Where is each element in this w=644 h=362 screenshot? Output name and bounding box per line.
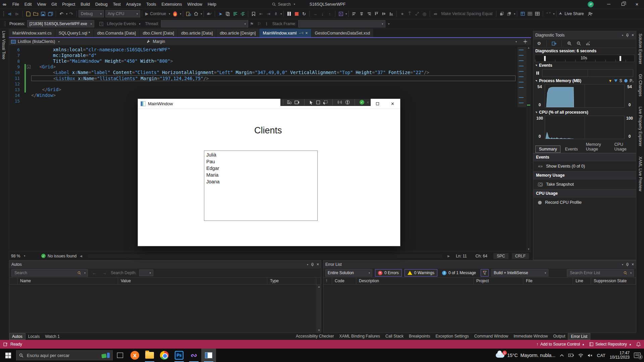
breadcrumb-overflow-icon[interactable]: ▾: [516, 40, 517, 43]
close-panel-icon[interactable]: ×: [317, 262, 319, 267]
taskbar-app-xampp[interactable]: X: [127, 349, 142, 362]
code-line[interactable]: 9− <Grid>: [9, 64, 531, 70]
error-list-body[interactable]: [323, 285, 636, 333]
bell-icon[interactable]: [636, 342, 641, 347]
code-line[interactable]: 11 <ListBox x:Name="llistaClients" Margi…: [9, 75, 531, 81]
summary-action[interactable]: Record CPU Profile: [533, 197, 636, 207]
menu-item[interactable]: Project: [59, 1, 78, 8]
accessibility-checker-icon[interactable]: [345, 100, 350, 105]
messages-filter-button[interactable]: i 0 of 1 Message: [440, 270, 478, 275]
window-position-icon[interactable]: ▾: [622, 263, 623, 266]
thread-dropdown[interactable]: ▾: [161, 20, 248, 27]
diagnostics-tab[interactable]: Summary: [535, 145, 560, 153]
sql-grid-icon[interactable]: [526, 10, 534, 17]
align-top-edges-icon[interactable]: [373, 10, 380, 17]
search-prev-icon[interactable]: ←: [91, 269, 98, 277]
size-to-grid-icon[interactable]: ◎: [421, 10, 428, 17]
summary-action[interactable]: Take Snapshot: [533, 179, 636, 189]
panel-tab[interactable]: Locals: [25, 334, 43, 340]
debug-configuration-dropdown[interactable]: Debug▾: [78, 10, 104, 17]
taskbar-app-chrome[interactable]: [157, 349, 172, 362]
close-tab-icon[interactable]: ×: [305, 31, 308, 36]
document-tab[interactable]: MainWindow.xaml.cs -⊣ ×: [9, 29, 55, 37]
pause-events-icon[interactable]: [536, 71, 539, 75]
step-over-icon[interactable]: →: [311, 10, 319, 17]
sidebar-tab[interactable]: XAML Live Preview: [637, 155, 644, 193]
pause-button[interactable]: [285, 10, 293, 17]
diagnostics-tab[interactable]: CPU Usage: [611, 141, 634, 153]
document-tab[interactable]: dbo.article [Design] -⊣ ×: [216, 29, 259, 37]
editor-zoom-dropdown[interactable]: 98 %▾: [11, 254, 38, 258]
reset-view-icon[interactable]: ?: [584, 40, 592, 47]
menu-item[interactable]: Tools: [144, 1, 159, 8]
filter-button[interactable]: [481, 269, 489, 277]
code-line[interactable]: 8 Title="MainWindow" Height="450" Width=…: [9, 58, 531, 64]
line-ending-chip[interactable]: CRLF: [512, 253, 529, 259]
bookmark-icon[interactable]: [250, 10, 257, 17]
error-scope-dropdown[interactable]: Entire Solution▾: [325, 269, 372, 277]
column-file[interactable]: File: [523, 278, 573, 284]
pin-icon[interactable]: [311, 263, 314, 266]
timeline-end-handle[interactable]: [620, 56, 621, 61]
undo-icon[interactable]: ↶: [58, 10, 65, 17]
xaml-designer-icon[interactable]: [337, 10, 344, 17]
align-middles-icon[interactable]: [380, 10, 387, 17]
vertical-scrollbar[interactable]: ▲▼: [526, 46, 531, 251]
breadcrumb-element[interactable]: ListBox (llistaClients) ▾: [11, 39, 59, 44]
export-icon[interactable]: [550, 40, 558, 47]
panel-tab[interactable]: XAML Binding Failures: [336, 333, 383, 340]
restore-button[interactable]: [616, 0, 630, 8]
clients-listbox[interactable]: JuliàPauEdgarMariaJoana: [204, 150, 318, 221]
document-tab[interactable]: dbo.article [Data] -⊣ ×: [178, 29, 217, 37]
taskbar-app-visual-studio[interactable]: ∾: [186, 349, 201, 362]
window-position-icon[interactable]: ▾: [307, 263, 308, 266]
feedback-icon[interactable]: [587, 10, 594, 17]
user-avatar[interactable]: JF: [588, 1, 594, 7]
menu-item[interactable]: View: [34, 1, 49, 8]
new-file-icon[interactable]: [24, 10, 32, 17]
column-description[interactable]: Description: [356, 278, 474, 284]
save-all-icon[interactable]: [47, 10, 54, 17]
table-designer-icon[interactable]: [519, 10, 526, 17]
select-repository-button[interactable]: Select Repository ▲: [589, 342, 632, 347]
sidebar-tab-live-visual-tree[interactable]: Live Visual Tree: [0, 29, 7, 61]
previous-bookmark-icon[interactable]: ⇤: [257, 10, 265, 17]
sidebar-tab[interactable]: Git Changes: [637, 72, 644, 99]
menu-item[interactable]: Git: [49, 1, 59, 8]
code-line[interactable]: 12: [9, 81, 531, 87]
taskbar-app-photoshop[interactable]: Ps: [172, 349, 186, 362]
error-search-box[interactable]: ▾: [567, 269, 634, 277]
document-tab[interactable]: SQLQuery1.sql * -⊣ ×: [55, 29, 94, 37]
cpu-section-header[interactable]: CPU (% of all processors): [533, 109, 636, 116]
battery-icon[interactable]: [568, 354, 574, 357]
listbox-item[interactable]: Julià: [204, 152, 317, 158]
global-search-box[interactable]: Search ▾: [269, 1, 298, 7]
indent-lines-icon[interactable]: [239, 10, 246, 17]
navigate-forward-icon[interactable]: ⊳: [13, 10, 21, 17]
quote-marks-icon[interactable]: “ ”: [545, 10, 552, 17]
search-next-icon[interactable]: →: [101, 269, 108, 277]
weather-widget[interactable]: 1 15°C Mayorm. nubla...: [496, 353, 555, 358]
menu-item[interactable]: Debug: [93, 1, 110, 8]
lifecycle-events-label[interactable]: Lifecycle Events: [107, 21, 136, 26]
listbox-item[interactable]: Edgar: [204, 165, 317, 172]
add-to-source-control-button[interactable]: ↑ Add to Source Control ▲: [536, 342, 585, 347]
continue-button[interactable]: ▶ Continue ▾: [144, 11, 171, 16]
events-section-header[interactable]: Events: [533, 62, 636, 69]
window-position-icon[interactable]: ▾: [622, 34, 623, 37]
spell-check-icon[interactable]: ab✓: [206, 10, 213, 17]
warnings-filter-button[interactable]: 0 Warnings: [405, 269, 437, 277]
minimize-button[interactable]: [602, 0, 616, 8]
select-element-icon[interactable]: ➤: [217, 10, 224, 17]
notification-center-icon[interactable]: 2: [634, 353, 641, 358]
make-vertical-spacing-equal-label[interactable]: Make Vertical Spacing Equal: [441, 11, 492, 16]
make-same-width-icon[interactable]: ⁕: [398, 10, 406, 17]
task-view-button[interactable]: [113, 349, 127, 362]
diagnostics-tab[interactable]: Memory Usage: [582, 141, 610, 153]
close-panel-icon[interactable]: ×: [632, 262, 634, 267]
column-value[interactable]: Value: [118, 278, 267, 284]
listbox-item[interactable]: Maria: [204, 172, 317, 178]
column-project[interactable]: Project: [474, 278, 523, 284]
hot-reload-icon[interactable]: [171, 10, 179, 17]
space-mode-chip[interactable]: SPC: [493, 253, 508, 259]
